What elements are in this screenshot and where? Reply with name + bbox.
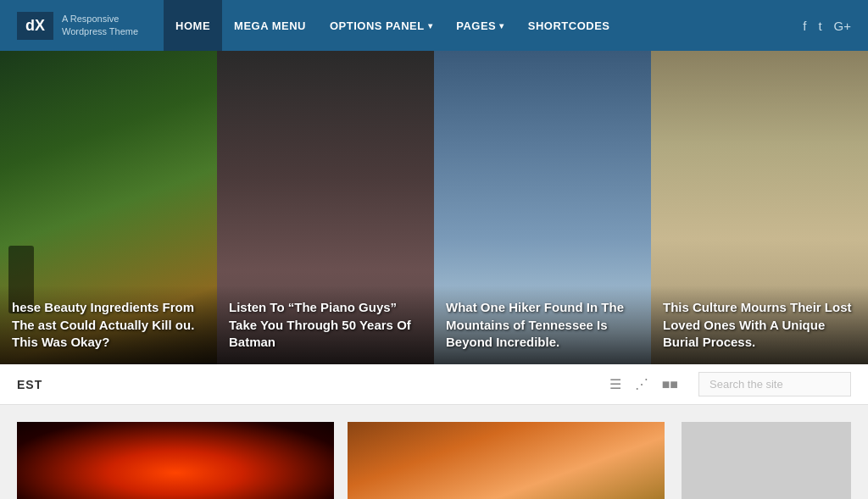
slide-3-title: What One Hiker Found In The Mountains of… — [446, 299, 639, 351]
posts-grid — [17, 422, 665, 499]
nav-mega-menu[interactable]: MEGA MENU — [222, 0, 318, 51]
facebook-icon[interactable]: f — [803, 19, 806, 33]
post-card-2[interactable] — [348, 422, 665, 499]
grid-4col-icon[interactable]: ■■ — [659, 374, 682, 396]
slide-4-overlay: This Culture Mourns Their Lost Loved One… — [651, 286, 868, 364]
slide-1-title: hese Beauty Ingredients From The ast Cou… — [12, 299, 205, 351]
site-header: dX A Responsive Wordpress Theme HOME MEG… — [0, 0, 868, 51]
logo-tagline: A Responsive Wordpress Theme — [62, 13, 138, 39]
nav-options-panel[interactable]: OPTIONS PANEL ▾ — [318, 0, 444, 51]
sidebar — [682, 422, 851, 499]
twitter-icon[interactable]: t — [818, 19, 821, 33]
grid-2col-icon[interactable]: ⋰ — [632, 373, 652, 396]
sidebar-widget — [682, 422, 851, 499]
view-switcher: ☰ ⋰ ■■ — [606, 373, 682, 396]
content-area — [0, 405, 868, 499]
slide-3[interactable]: What One Hiker Found In The Mountains of… — [434, 51, 651, 364]
social-icons: f t G+ — [803, 19, 851, 33]
slide-3-overlay: What One Hiker Found In The Mountains of… — [434, 286, 651, 364]
slide-2-title: Listen To “The Piano Guys” Take You Thro… — [229, 299, 422, 351]
slide-1-overlay: hese Beauty Ingredients From The ast Cou… — [0, 286, 217, 364]
logo-box: dX — [17, 12, 53, 40]
nav-pages[interactable]: PAGES ▾ — [444, 0, 516, 51]
slide-2[interactable]: Listen To “The Piano Guys” Take You Thro… — [217, 51, 434, 364]
slide-2-overlay: Listen To “The Piano Guys” Take You Thro… — [217, 286, 434, 364]
post-card-1[interactable] — [17, 422, 334, 499]
slide-4[interactable]: This Culture Mourns Their Lost Loved One… — [651, 51, 868, 364]
googleplus-icon[interactable]: G+ — [834, 19, 851, 33]
hero-slider: hese Beauty Ingredients From The ast Cou… — [0, 51, 868, 364]
nav-home[interactable]: HOME — [164, 0, 222, 51]
slide-4-title: This Culture Mourns Their Lost Loved One… — [663, 299, 856, 351]
slide-1[interactable]: hese Beauty Ingredients From The ast Cou… — [0, 51, 217, 364]
pages-caret: ▾ — [499, 21, 504, 30]
search-input[interactable] — [698, 372, 851, 396]
content-toolbar: EST ☰ ⋰ ■■ — [0, 364, 868, 405]
options-panel-caret: ▾ — [428, 21, 433, 30]
section-label: EST — [17, 378, 606, 391]
list-view-icon[interactable]: ☰ — [606, 373, 625, 396]
nav-shortcodes[interactable]: SHORTCODES — [516, 0, 622, 51]
post-thumb-2 — [348, 422, 665, 499]
main-nav: HOME MEGA MENU OPTIONS PANEL ▾ PAGES ▾ S… — [164, 0, 803, 51]
logo-text: dX — [25, 17, 45, 34]
post-thumb-1 — [17, 422, 334, 499]
logo[interactable]: dX A Responsive Wordpress Theme — [17, 12, 138, 40]
